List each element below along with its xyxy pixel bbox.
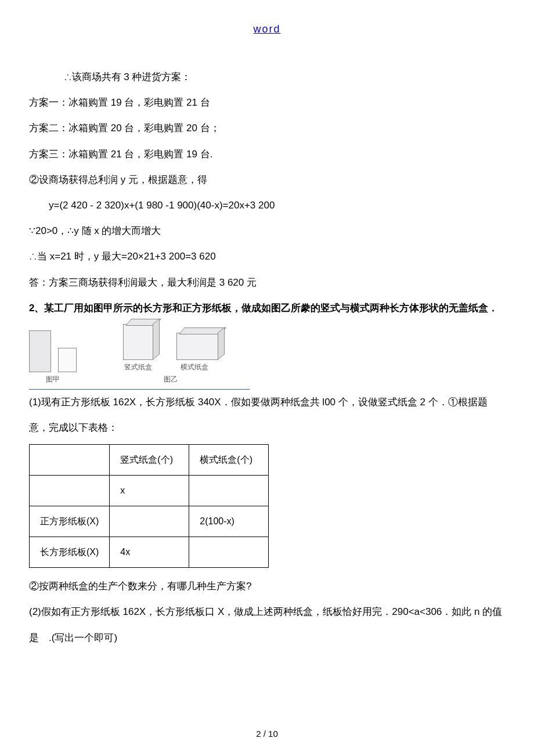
text-line: ∴当 x=21 时，y 最大=20×21+3 200=3 620 xyxy=(29,244,505,269)
table-row: 长方形纸板(X) 4x xyxy=(30,537,269,568)
table-cell: x xyxy=(110,476,189,506)
text-line: 方案二：冰箱购置 20 台，彩电购置 20 台； xyxy=(29,116,505,141)
vertical-box-icon xyxy=(123,324,153,360)
figure-caption: 图乙 xyxy=(164,375,178,384)
table-cell: 正方形纸板(X) xyxy=(30,506,110,537)
figure-yi: 竖式纸盒 横式纸盒 图乙 xyxy=(123,326,218,384)
page-footer: 2 / 10 xyxy=(0,729,534,739)
rectangle-shape xyxy=(29,330,51,372)
text-line: 方案三：冰箱购置 21 台，彩电购置 19 台. xyxy=(29,142,505,167)
figure-caption: 图甲 xyxy=(46,375,60,384)
answer-table: 竖式纸盒(个) 横式纸盒(个) x 正方形纸板(X) 2(100-x) 长方形纸… xyxy=(29,444,269,568)
page: word ∴该商场共有 3 种进货方案： 方案一：冰箱购置 19 台，彩电购置 … xyxy=(0,0,534,756)
text-line: 答：方案三商场获得利润最大，最大利润是 3 620 元 xyxy=(29,270,505,296)
table-cell: 4x xyxy=(110,537,189,568)
table-cell: 竖式纸盒(个) xyxy=(110,445,189,476)
figure-row: 图甲 竖式纸盒 横式纸盒 图乙 xyxy=(29,326,505,384)
table-cell: 横式纸盒(个) xyxy=(189,445,269,476)
formula-line: y=(2 420 - 2 320)x+(1 980 -1 900)(40-x)=… xyxy=(29,193,505,218)
table-cell: 2(100-x) xyxy=(189,506,269,537)
table-cell xyxy=(110,506,189,537)
table-row: x xyxy=(30,476,269,506)
horizontal-box-icon xyxy=(176,333,218,360)
text-line: ∴该商场共有 3 种进货方案： xyxy=(29,64,505,90)
table-cell xyxy=(30,445,110,476)
figure-caption: 竖式纸盒 xyxy=(124,362,152,372)
table-cell: 长方形纸板(X) xyxy=(30,537,110,568)
text-line: 方案一：冰箱购置 19 台，彩电购置 21 台 xyxy=(29,90,505,116)
table-cell xyxy=(189,537,269,568)
square-shape xyxy=(58,348,77,372)
figure-caption: 横式纸盒 xyxy=(181,362,208,372)
header-title: word xyxy=(29,23,505,35)
text-line: ∵20>0，∴y 随 x 的增大而增大 xyxy=(29,218,505,244)
table-row: 竖式纸盒(个) 横式纸盒(个) xyxy=(30,445,269,476)
question-2-2: ②按两种纸盒的生产个数来分，有哪几种生产方案? xyxy=(29,574,505,599)
question-2-heading: 2、某工厂用如图甲所示的长方形和正方形纸板，做成如图乙所豢的竖式与横式两种长方体… xyxy=(29,296,505,321)
text-line: ②设商场获得总利润 y 元，根据题意，得 xyxy=(29,167,505,193)
figure-jia: 图甲 xyxy=(29,326,77,384)
question-2-3: (2)假如有正方形纸板 162X，长方形纸板口 X，做成上述两种纸盒，纸板恰好用… xyxy=(29,599,505,650)
question-2-1: (1)现有正方形纸板 162X，长方形纸板 340X．假如要做两种纸盒共 l00… xyxy=(29,390,505,441)
table-cell xyxy=(189,476,269,506)
table-cell xyxy=(30,476,110,506)
table-row: 正方形纸板(X) 2(100-x) xyxy=(30,506,269,537)
